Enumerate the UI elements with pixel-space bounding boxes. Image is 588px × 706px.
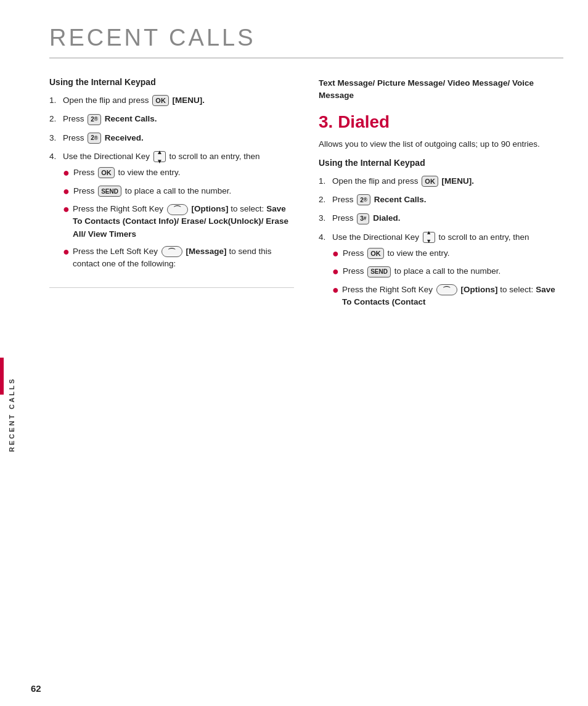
section3-description: Allows you to view the list of outgoing … bbox=[319, 138, 563, 150]
step-content: Open the flip and press OK [MENU]. bbox=[332, 175, 563, 187]
list-item: 1. Open the flip and press OK [MENU]. bbox=[319, 175, 563, 187]
right-column: Text Message/ Picture Message/ Video Mes… bbox=[319, 77, 563, 319]
list-item: 3. Press 3# Dialed. bbox=[319, 212, 563, 224]
list-item: ● Press the Right Soft Key ⌒ [Options] t… bbox=[332, 284, 563, 309]
right-numbered-list: 1. Open the flip and press OK [MENU]. 2.… bbox=[319, 175, 563, 314]
list-item: 2. Press 2® Recent Calls. bbox=[319, 194, 563, 206]
page-container: RECENT CALLS RECENT CALLS Using the Inte… bbox=[0, 0, 588, 706]
intro-text: Text Message/ Picture Message/ Video Mes… bbox=[319, 77, 563, 102]
step-text: Dialed. bbox=[373, 213, 400, 223]
list-item: ● Press OK to view the entry. bbox=[332, 247, 563, 261]
two-column-layout: Using the Internal Keypad 1. Open the fl… bbox=[49, 77, 563, 319]
left-section-heading: Using the Internal Keypad bbox=[49, 77, 294, 87]
ok-key-icon: OK bbox=[367, 248, 384, 259]
step-content: Open the flip and press OK [MENU]. bbox=[63, 94, 294, 107]
num3-key-icon: 3# bbox=[357, 213, 369, 224]
step-number: 2. bbox=[49, 113, 60, 125]
bullet-dot: ● bbox=[332, 265, 339, 279]
right-section-heading: Using the Internal Keypad bbox=[319, 158, 563, 168]
step-text: Received. bbox=[105, 133, 144, 142]
step-number: 3. bbox=[49, 132, 60, 144]
list-item: 1. Open the flip and press OK [MENU]. bbox=[49, 94, 294, 107]
list-item: 4. Use the Directional Key ▲▼ to scroll … bbox=[49, 150, 294, 276]
list-item: ● Press SEND to place a call to the numb… bbox=[63, 185, 294, 199]
list-item: ● Press the Right Soft Key ⌒ [Options] t… bbox=[63, 203, 294, 240]
step-number: 2. bbox=[319, 194, 330, 206]
step-text: [MENU]. bbox=[173, 96, 205, 105]
bullet-dot: ● bbox=[63, 245, 69, 259]
num2-key-icon: 2® bbox=[357, 194, 370, 205]
bullet-dot: ● bbox=[63, 203, 69, 216]
bullet-content: Press the Left Soft Key ⌒ [Message] to s… bbox=[73, 245, 294, 271]
dir-key-icon: ▲▼ bbox=[153, 151, 166, 162]
left-column: Using the Internal Keypad 1. Open the fl… bbox=[49, 77, 294, 319]
step-number: 1. bbox=[319, 175, 330, 187]
bullet-dot: ● bbox=[63, 166, 70, 180]
bullet-content: Press SEND to place a call to the number… bbox=[343, 265, 500, 277]
list-item: 3. Press 2® Received. bbox=[49, 132, 294, 144]
step-number: 4. bbox=[319, 231, 330, 314]
bullet-dot: ● bbox=[332, 247, 339, 261]
step-content: Use the Directional Key ▲▼ to scroll to … bbox=[332, 231, 563, 314]
list-item: 2. Press 2® Recent Calls. bbox=[49, 113, 294, 125]
message-label: [Message] bbox=[186, 247, 227, 256]
step-number: 1. bbox=[49, 94, 60, 107]
step-content: Use the Directional Key ▲▼ to scroll to … bbox=[63, 150, 294, 276]
left-bullet-list: ● Press OK to view the entry. ● Press SE… bbox=[63, 166, 294, 270]
main-content: RECENT CALLS Using the Internal Keypad 1… bbox=[31, 0, 588, 344]
num2-key-icon: 2® bbox=[88, 114, 101, 125]
step-content: Press 2® Recent Calls. bbox=[332, 194, 563, 206]
bullet-content: Press the Right Soft Key ⌒ [Options] to … bbox=[342, 284, 563, 309]
bottom-divider bbox=[49, 287, 294, 288]
dir-key-icon: ▲▼ bbox=[423, 232, 435, 243]
step-number: 4. bbox=[49, 150, 60, 276]
step-content: Press 3# Dialed. bbox=[332, 212, 563, 224]
sidebar-label: RECENT CALLS bbox=[0, 123, 23, 706]
send-key-icon: SEND bbox=[367, 266, 391, 277]
left-numbered-list: 1. Open the flip and press OK [MENU]. 2.… bbox=[49, 94, 294, 275]
step-content: Press 2® Received. bbox=[63, 132, 294, 144]
bullet-content: Press OK to view the entry. bbox=[343, 247, 450, 260]
bullet-content: Press SEND to place a call to the number… bbox=[73, 185, 231, 197]
list-item: ● Press OK to view the entry. bbox=[63, 166, 294, 180]
page-title: RECENT CALLS bbox=[49, 25, 563, 59]
ok-key-icon: OK bbox=[422, 176, 438, 187]
bullet-dot: ● bbox=[332, 284, 338, 297]
options-label: [Options] bbox=[461, 285, 498, 294]
send-key-icon: SEND bbox=[98, 186, 121, 197]
right-soft-key-icon: ⌒ bbox=[436, 284, 457, 295]
bullet-dot: ● bbox=[63, 185, 70, 199]
step-text: Recent Calls. bbox=[105, 114, 157, 123]
options-label: [Options] bbox=[192, 204, 229, 213]
step-content: Press 2® Recent Calls. bbox=[63, 113, 294, 125]
bullet-content: Press OK to view the entry. bbox=[73, 166, 181, 179]
page-number: 62 bbox=[31, 683, 41, 694]
list-item: ● Press SEND to place a call to the numb… bbox=[332, 265, 563, 279]
num2b-key-icon: 2® bbox=[88, 133, 101, 144]
ok-key-icon: OK bbox=[152, 95, 169, 106]
list-item: 4. Use the Directional Key ▲▼ to scroll … bbox=[319, 231, 563, 314]
section3-heading: 3. Dialed bbox=[319, 112, 563, 132]
bullet-content: Press the Right Soft Key ⌒ [Options] to … bbox=[73, 203, 294, 240]
step-number: 3. bbox=[319, 212, 330, 224]
step-text: Recent Calls. bbox=[374, 195, 427, 204]
sidebar-label-text: RECENT CALLS bbox=[8, 377, 15, 452]
right-bullet-list: ● Press OK to view the entry. ● Press SE… bbox=[332, 247, 563, 309]
list-item: ● Press the Left Soft Key ⌒ [Message] to… bbox=[63, 245, 294, 271]
ok-key-icon: OK bbox=[98, 167, 115, 178]
left-soft-key-icon: ⌒ bbox=[161, 246, 182, 257]
right-soft-key-icon: ⌒ bbox=[167, 204, 188, 215]
step-text: [MENU]. bbox=[442, 176, 475, 186]
